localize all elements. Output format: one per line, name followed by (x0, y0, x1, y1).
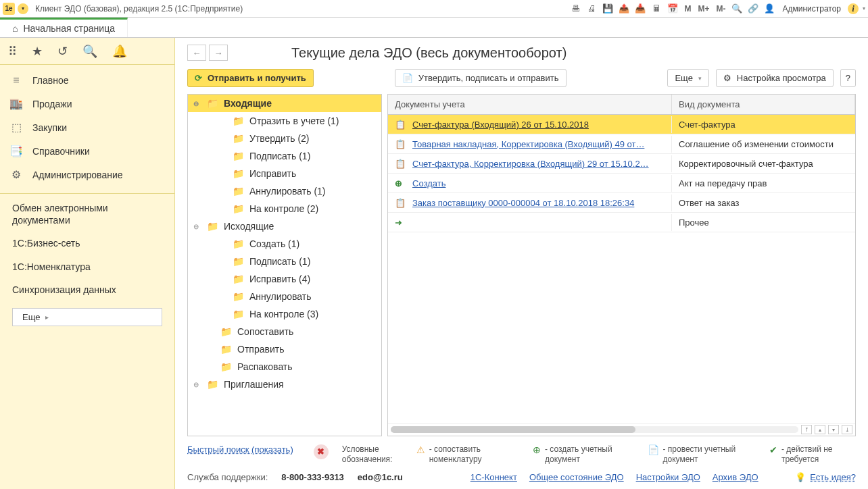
grid-row-link[interactable]: Создать (412, 178, 445, 188)
tool-link-icon[interactable]: 🔗 (747, 3, 759, 15)
tree-node-4[interactable]: 📁Исправить (188, 165, 381, 182)
sidebar: ⠿ ★ ↺ 🔍 🔔 ≡Главное🏬Продажи⬚Закупки📑Справ… (0, 38, 175, 489)
sidebar-link-2[interactable]: 1С:Номенклатура (0, 255, 174, 278)
more-button[interactable]: Еще ▾ (667, 69, 708, 87)
scroll-up-icon[interactable]: ▴ (815, 425, 825, 434)
tree-node-6[interactable]: 📁На контроле (2) (188, 200, 381, 217)
apps-icon[interactable]: ⠿ (8, 44, 17, 59)
tool-memory-m[interactable]: M (683, 3, 692, 15)
tree-node-1[interactable]: 📁Отразить в учете (1) (188, 112, 381, 130)
tool-calc-icon[interactable]: 🖩 (650, 3, 662, 15)
tool-memory-mplus[interactable]: M+ (696, 3, 710, 15)
sidebar-link-1[interactable]: 1С:Бизнес-сеть (0, 232, 174, 255)
sidebar-more-button[interactable]: Еще ▸ (12, 308, 162, 326)
footer-link-3[interactable]: Архив ЭДО (713, 472, 758, 482)
sidebar-item-icon: ≡ (9, 74, 23, 86)
user-name[interactable]: Администратор (779, 4, 844, 14)
stop-icon[interactable]: ✖ (314, 444, 329, 459)
scroll-bottom-icon[interactable]: ⤓ (842, 425, 852, 434)
main-area: ← → Текущие дела ЭДО (весь документообор… (175, 38, 868, 489)
grid-row-link[interactable]: Заказ поставщику 0000-000004 от 18.10.20… (412, 198, 634, 208)
grid-row-1[interactable]: 📋Товарная накладная, Корректировка (Вход… (388, 134, 855, 154)
tree-node-10[interactable]: 📁Исправить (4) (188, 270, 381, 288)
grid-col-documents[interactable]: Документы учета (388, 95, 672, 114)
nav-back-button[interactable]: ← (187, 45, 206, 61)
footer-link-0[interactable]: 1С-Коннект (471, 472, 517, 482)
user-icon[interactable]: 👤 (763, 3, 775, 15)
tool-printer-icon[interactable]: 🖨 (585, 3, 598, 15)
send-receive-button[interactable]: ⟳ Отправить и получить (187, 69, 314, 87)
grid-row-3[interactable]: ⊕СоздатьАкт на передачу прав (388, 174, 855, 193)
tree-node-2[interactable]: 📁Утвердить (2) (188, 130, 381, 147)
grid-col-type[interactable]: Вид документа (672, 95, 855, 114)
star-icon[interactable]: ★ (32, 44, 43, 59)
grid-row-link[interactable]: Счет-фактура, Корректировка (Входящий) 2… (412, 159, 649, 169)
help-button[interactable]: ? (840, 69, 856, 87)
tree-node-0[interactable]: ⊖📁Входящие (188, 95, 381, 112)
scroll-track[interactable] (391, 426, 798, 433)
scroll-down-icon[interactable]: ▾ (828, 425, 839, 434)
tool-import-icon[interactable]: 📥 (634, 3, 646, 15)
tree-node-9[interactable]: 📁Подписать (1) (188, 253, 381, 270)
grid-row-5[interactable]: ➜Прочее (388, 213, 855, 232)
grid-header: Документы учета Вид документа (388, 95, 855, 115)
sidebar-item-4[interactable]: ⚙Администрирование (0, 163, 174, 186)
tree-node-label: На контроле (3) (249, 309, 318, 319)
nav-forward-button[interactable]: → (209, 45, 228, 61)
tool-export-icon[interactable]: 📤 (618, 3, 630, 15)
grid-row-2[interactable]: 📋Счет-фактура, Корректировка (Входящий) … (388, 154, 855, 174)
folder-icon: 📁 (220, 361, 232, 372)
sidebar-item-3[interactable]: 📑Справочники (0, 139, 174, 163)
view-settings-button[interactable]: ⚙ Настройка просмотра (716, 69, 834, 87)
tree-node-15[interactable]: 📁Распаковать (188, 358, 381, 376)
tab-home[interactable]: ⌂ Начальная страница (0, 18, 128, 37)
approve-sign-send-button[interactable]: 📄 Утвердить, подписать и отправить (395, 69, 566, 87)
grid-row-4[interactable]: 📋Заказ поставщику 0000-000004 от 18.10.2… (388, 193, 855, 213)
grid-row-link[interactable]: Товарная накладная, Корректировка (Входя… (412, 139, 644, 149)
quick-search-link[interactable]: Быстрый поиск (показать) (187, 444, 293, 455)
grid-row-0[interactable]: 📋Счет-фактура (Входящий) 26 от 15.10.201… (388, 115, 855, 134)
scroll-top-icon[interactable]: ⤒ (801, 425, 812, 434)
tree-node-8[interactable]: 📁Создать (1) (188, 235, 381, 253)
footer-link-1[interactable]: Общее состояние ЭДО (529, 472, 624, 482)
grid-row-link[interactable]: Счет-фактура (Входящий) 26 от 15.10.2018 (412, 120, 589, 130)
tree-node-3[interactable]: 📁Подписать (1) (188, 147, 381, 165)
tree-node-5[interactable]: 📁Аннулировать (1) (188, 182, 381, 200)
chevron-down-icon: ▾ (698, 75, 702, 82)
tree-twist-icon[interactable]: ⊖ (193, 100, 201, 107)
search-icon[interactable]: 🔍 (82, 44, 97, 59)
idea-link[interactable]: Есть идея? (810, 472, 856, 482)
sidebar-item-0[interactable]: ≡Главное (0, 69, 174, 92)
bell-icon[interactable]: 🔔 (112, 44, 127, 59)
sidebar-link-0[interactable]: Обмен электронными документами (0, 197, 174, 232)
folder-tree[interactable]: ⊖📁Входящие📁Отразить в учете (1)📁Утвердит… (187, 94, 382, 436)
sidebar-link-3[interactable]: Синхронизация данных (0, 278, 174, 301)
tree-node-16[interactable]: ⊖📁Приглашения (188, 376, 381, 393)
tree-node-14[interactable]: 📁Отправить (188, 340, 381, 358)
sidebar-item-2[interactable]: ⬚Закупки (0, 115, 174, 139)
tool-save-icon[interactable]: 💾 (602, 3, 614, 15)
sidebar-divider (0, 193, 174, 194)
tree-twist-icon[interactable]: ⊖ (193, 381, 201, 388)
tree-node-11[interactable]: 📁Аннулировать (188, 288, 381, 305)
tree-node-12[interactable]: 📁На контроле (3) (188, 305, 381, 323)
tree-node-label: Утвердить (2) (249, 133, 310, 144)
tool-memory-mminus[interactable]: M- (715, 3, 727, 15)
tool-print-icon[interactable]: 🖶 (569, 3, 581, 15)
row-status-icon: 📋 (395, 139, 406, 149)
scroll-thumb[interactable] (391, 426, 635, 433)
tool-zoom-icon[interactable]: 🔍 (731, 3, 743, 15)
info-dropdown[interactable]: ▾ (863, 5, 865, 11)
document-send-icon: 📄 (402, 73, 413, 83)
tree-twist-icon[interactable]: ⊖ (193, 223, 201, 230)
tree-node-7[interactable]: ⊖📁Исходящие (188, 217, 381, 235)
sidebar-item-1[interactable]: 🏬Продажи (0, 92, 174, 115)
tool-calendar-icon[interactable]: 📅 (667, 3, 679, 15)
info-icon[interactable]: i (848, 3, 859, 14)
history-icon[interactable]: ↺ (57, 44, 68, 59)
footer-link-2[interactable]: Настройки ЭДО (636, 472, 700, 482)
grid-scrollbar[interactable]: ⤒ ▴ ▾ ⤓ (388, 423, 855, 436)
app-menu-dropdown[interactable]: ▾ (18, 3, 28, 14)
tree-node-label: Исходящие (224, 221, 274, 232)
tree-node-13[interactable]: 📁Сопоставить (188, 323, 381, 340)
